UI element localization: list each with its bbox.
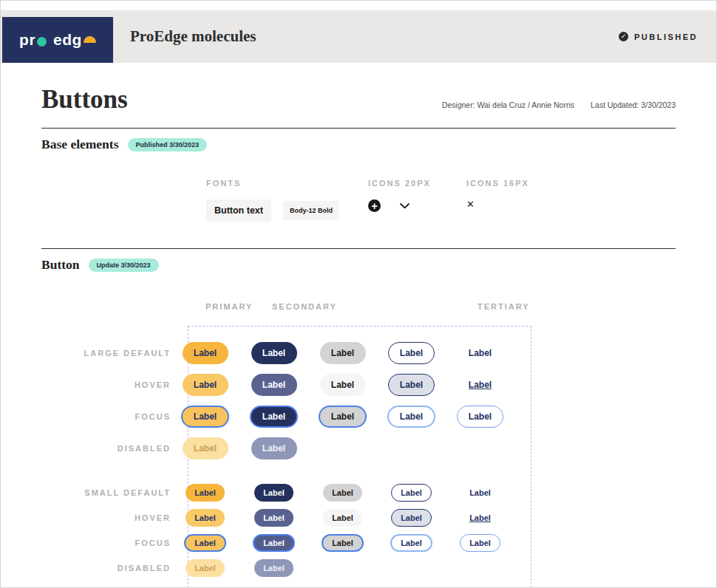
- secondary-outline-large-default-button[interactable]: Label: [388, 342, 435, 364]
- secondary-filled-large-hover-button[interactable]: Label: [251, 374, 297, 396]
- primary-large-default-button[interactable]: Label: [183, 342, 228, 364]
- logo-text-pr: pr: [19, 31, 35, 49]
- icons-16px-row: ✕: [466, 199, 529, 209]
- design-system-page: predg ProEdge molecules ✓ PUBLISHED Butt…: [0, 0, 717, 588]
- close-icon: ✕: [466, 199, 475, 209]
- designer-text: Designer: Wai dela Cruz / Annie Norris: [442, 100, 574, 109]
- row-small-focus: FOCUS Label Label Label Label Label: [41, 530, 531, 555]
- secondary-filled-small-hover-button[interactable]: Label: [254, 509, 293, 527]
- row-label: FOCUS: [41, 412, 171, 421]
- small-buttons-rows: SMALL DEFAULT Label Label Label Label La…: [41, 480, 531, 581]
- column-header-secondary: SECONDARY: [272, 302, 337, 311]
- page-title: Buttons: [41, 85, 128, 114]
- row-large-focus: FOCUS Label Label Label Label Label: [41, 400, 531, 432]
- app-title: ProEdge molecules: [130, 27, 256, 46]
- tertiary-large-hover-link[interactable]: Label: [458, 374, 503, 396]
- tertiary-large-focus-button[interactable]: Label: [457, 406, 503, 428]
- row-small-default: SMALL DEFAULT Label Label Label Label La…: [41, 480, 531, 505]
- icons-16px-label: ICONS 16PX: [466, 179, 529, 188]
- title-row: Buttons Designer: Wai dela Cruz / Annie …: [41, 85, 676, 114]
- primary-large-hover-button[interactable]: Label: [183, 374, 228, 396]
- large-buttons-rows: LARGE DEFAULT Label Label Label Label La…: [41, 337, 531, 464]
- column-header-primary: PRIMARY: [205, 302, 253, 311]
- primary-small-focus-button[interactable]: Label: [184, 534, 226, 552]
- secondary-gray-large-focus-button[interactable]: Label: [319, 406, 367, 428]
- secondary-filled-small-default-button[interactable]: Label: [254, 484, 293, 502]
- last-updated-text: Last Updated: 3/30/2023: [591, 100, 676, 109]
- published-label: PUBLISHED: [634, 33, 698, 41]
- base-elements-section: Base elements Published 3/30/2023 FONTS …: [41, 137, 676, 248]
- secondary-filled-small-disabled-button: Label: [254, 559, 293, 577]
- button-states-grid: PRIMARY SECONDARY TERTIARY LARGE DEFAULT…: [41, 293, 676, 588]
- published-status: ✓ PUBLISHED: [619, 10, 698, 63]
- app-header: predg ProEdge molecules ✓ PUBLISHED: [1, 10, 716, 63]
- secondary-outline-large-focus-button[interactable]: Label: [387, 406, 435, 428]
- row-small-disabled: DISABLED Label Label: [41, 555, 531, 581]
- base-elements-title: Base elements: [41, 137, 119, 152]
- icons-20px-spec-group: ICONS 20PX +: [368, 179, 431, 212]
- logo-o-dot-icon: [37, 37, 47, 47]
- secondary-gray-small-hover-button[interactable]: Label: [323, 509, 362, 527]
- row-label: DISABLED: [41, 444, 171, 453]
- font-sample-button-text: Button text: [206, 199, 271, 222]
- primary-large-focus-button[interactable]: Label: [181, 406, 229, 428]
- icons-20px-label: ICONS 20PX: [368, 179, 431, 188]
- published-date-badge: Published 3/30/2023: [128, 138, 208, 151]
- logo-text-edg: edg: [53, 31, 82, 49]
- column-header-tertiary: TERTIARY: [478, 302, 530, 311]
- secondary-gray-small-default-button[interactable]: Label: [323, 484, 362, 502]
- row-label: DISABLED: [41, 564, 171, 572]
- primary-large-disabled-button: Label: [183, 437, 228, 459]
- tertiary-large-default-link[interactable]: Label: [458, 342, 503, 364]
- primary-small-hover-button[interactable]: Label: [186, 509, 225, 527]
- secondary-outline-large-hover-button[interactable]: Label: [388, 374, 435, 396]
- font-sample-body12: Body-12 Bold: [283, 201, 339, 220]
- chevron-down-icon: [400, 203, 410, 209]
- button-section-title: Button: [41, 257, 80, 273]
- update-date-badge: Update 3/30/2023: [89, 259, 159, 272]
- app-logo[interactable]: predg: [2, 17, 113, 63]
- page-meta: Designer: Wai dela Cruz / Annie Norris L…: [442, 100, 676, 109]
- secondary-filled-large-disabled-button: Label: [251, 437, 297, 459]
- base-elements-header: Base elements Published 3/30/2023: [41, 137, 676, 152]
- secondary-outline-small-hover-button[interactable]: Label: [391, 509, 432, 527]
- divider: [41, 248, 676, 249]
- logo-e-arc-icon: [84, 36, 96, 43]
- row-label: HOVER: [41, 513, 171, 522]
- row-label: HOVER: [41, 380, 171, 389]
- primary-small-disabled-button: Label: [186, 559, 225, 577]
- secondary-filled-large-focus-button[interactable]: Label: [250, 406, 298, 428]
- icons-16px-spec-group: ICONS 16PX ✕: [466, 179, 529, 209]
- tertiary-small-focus-button[interactable]: Label: [460, 534, 500, 552]
- secondary-outline-small-default-button[interactable]: Label: [391, 484, 432, 502]
- icons-20px-row: +: [368, 199, 431, 212]
- secondary-gray-large-default-button[interactable]: Label: [320, 342, 366, 364]
- font-samples-row: Button text Body-12 Bold: [206, 199, 339, 222]
- row-label: LARGE DEFAULT: [41, 349, 171, 358]
- tertiary-small-hover-link[interactable]: Label: [461, 509, 500, 527]
- secondary-filled-large-default-button[interactable]: Label: [251, 342, 297, 364]
- row-large-disabled: DISABLED Label Label: [41, 432, 531, 464]
- secondary-outline-small-focus-button[interactable]: Label: [390, 534, 432, 552]
- primary-small-default-button[interactable]: Label: [186, 484, 225, 502]
- tertiary-small-default-link[interactable]: Label: [461, 484, 500, 502]
- check-circle-icon: ✓: [619, 32, 628, 41]
- secondary-filled-small-focus-button[interactable]: Label: [253, 534, 295, 552]
- secondary-gray-large-hover-button[interactable]: Label: [320, 374, 366, 396]
- row-label: FOCUS: [41, 539, 171, 547]
- fonts-spec-group: FONTS Button text Body-12 Bold: [206, 179, 339, 222]
- row-large-default: LARGE DEFAULT Label Label Label Label La…: [41, 337, 531, 369]
- plus-circle-icon: +: [368, 199, 381, 212]
- row-small-hover: HOVER Label Label Label Label Label: [41, 505, 531, 530]
- button-section-header: Button Update 3/30/2023: [41, 257, 676, 273]
- row-large-hover: HOVER Label Label Label Label Label: [41, 369, 531, 400]
- base-elements-content: FONTS Button text Body-12 Bold ICONS 20P…: [41, 152, 676, 248]
- logo-wordmark: predg: [19, 31, 96, 49]
- main-content: Buttons Designer: Wai dela Cruz / Annie …: [1, 85, 716, 588]
- secondary-gray-small-focus-button[interactable]: Label: [322, 534, 364, 552]
- fonts-label: FONTS: [206, 179, 339, 188]
- divider: [41, 128, 676, 129]
- row-label: SMALL DEFAULT: [41, 488, 171, 497]
- button-section: Button Update 3/30/2023 PRIMARY SECONDAR…: [41, 257, 676, 588]
